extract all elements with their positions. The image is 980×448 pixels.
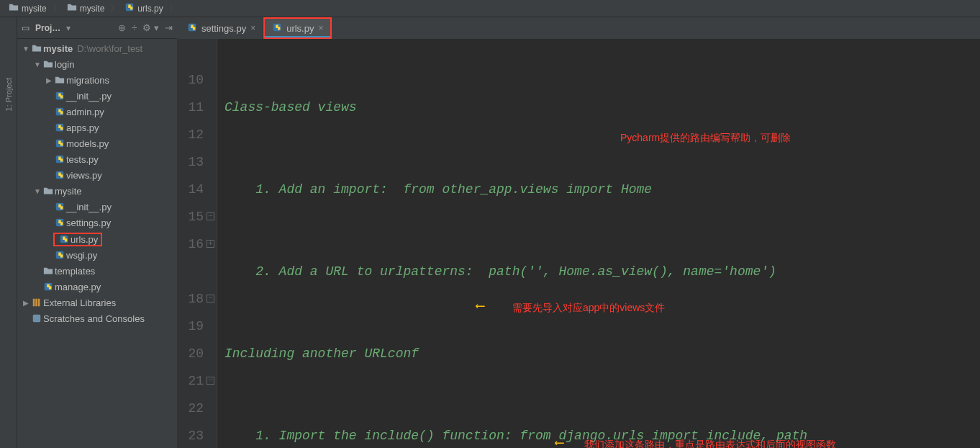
tree-file[interactable]: __init__.py <box>17 199 177 215</box>
collapse-icon[interactable]: ⇥ <box>165 22 173 33</box>
tree-label: __init__.py <box>66 202 112 212</box>
tree-file[interactable]: apps.py <box>17 120 177 135</box>
tab-label: urls.py <box>286 23 314 34</box>
tab-label: settings.py <box>201 23 246 34</box>
tool-strip: 1: Project <box>0 17 17 448</box>
python-file-icon <box>53 138 66 148</box>
line-number: 10 <box>177 66 204 94</box>
tree-label: urls.py <box>71 234 98 245</box>
fold-icon[interactable]: + <box>207 240 214 248</box>
python-file-icon <box>53 202 66 212</box>
tree-scratches[interactable]: Scratches and Consoles <box>17 310 177 326</box>
breadcrumb-item[interactable]: mysite <box>63 2 109 14</box>
line-number: 19 <box>177 313 204 340</box>
project-tool-button[interactable]: 1: Project <box>4 75 13 114</box>
gear-icon[interactable]: ⚙ ▾ <box>142 22 159 33</box>
python-file-icon <box>53 170 66 180</box>
tree-root[interactable]: ▼ mysite D:\work\for_test <box>17 40 177 56</box>
svg-rect-14 <box>38 299 40 307</box>
code-text: 1. Add an import: from other_app.views i… <box>224 182 652 197</box>
chevron-right-icon: 〉 <box>169 2 178 14</box>
tree-label: tests.py <box>66 154 99 165</box>
folder-icon <box>42 266 55 276</box>
breadcrumb-item[interactable]: urls.py <box>120 2 167 14</box>
fold-icon[interactable]: − <box>207 295 214 303</box>
tree-label: migrations <box>66 75 109 86</box>
tab-urls[interactable]: urls.py × <box>263 17 332 39</box>
tree-file[interactable]: tests.py <box>17 151 177 167</box>
tree-label: __init__.py <box>66 91 112 102</box>
add-icon[interactable]: ⊕ <box>118 22 126 33</box>
folder-icon <box>53 75 66 85</box>
code-text: Including another URLconf <box>224 346 419 361</box>
line-number: 13 <box>177 148 204 176</box>
tree-folder-login[interactable]: ▼ login <box>17 56 177 72</box>
tree-folder-templates[interactable]: templates <box>17 263 177 279</box>
close-icon[interactable]: × <box>318 23 323 33</box>
breadcrumbs: mysite 〉 mysite 〉 urls.py 〉 <box>0 0 980 17</box>
divide-icon[interactable]: ÷ <box>132 22 137 33</box>
code-content[interactable]: Class-based views 1. Add an import: from… <box>217 39 980 448</box>
chevron-right-icon: 〉 <box>110 2 119 14</box>
editor-tabs: settings.py × urls.py × <box>177 17 980 39</box>
python-file-icon <box>187 22 197 35</box>
fold-icon[interactable]: − <box>207 377 214 385</box>
chevron-down-icon: ▼ <box>22 45 30 53</box>
svg-rect-15 <box>33 315 41 323</box>
project-view-icon: ▭ <box>22 23 30 33</box>
folder-icon <box>9 2 19 14</box>
python-file-icon <box>124 2 135 14</box>
library-icon <box>30 297 43 308</box>
python-file-icon <box>53 107 66 117</box>
sidebar-toolbar: ▭ Proj… ▾ ⊕ ÷ ⚙ ▾ ⇥ <box>17 17 177 39</box>
tree-file[interactable]: models.py <box>17 135 177 151</box>
folder-icon <box>30 43 43 53</box>
python-file-icon <box>53 91 66 101</box>
line-number: 16 <box>177 230 204 258</box>
tree-file[interactable]: views.py <box>17 167 177 183</box>
tree-label: manage.py <box>55 282 101 292</box>
code-text: 2. Add a URL to urlpatterns: path('', Ho… <box>224 264 776 279</box>
tree-label: admin.py <box>66 107 104 117</box>
python-file-icon <box>58 234 71 244</box>
tree-file-urls[interactable]: urls.py <box>17 231 105 247</box>
tree-label: mysite <box>43 43 73 54</box>
tree-file[interactable]: settings.py <box>17 215 177 230</box>
tree-hint: D:\work\for_test <box>77 43 142 54</box>
tree-label: models.py <box>66 138 109 149</box>
tree-folder-migrations[interactable]: ▶ migrations <box>17 72 177 88</box>
line-number: 18 <box>177 285 204 313</box>
python-file-icon <box>53 154 66 164</box>
line-number: 23 <box>177 422 204 448</box>
tree-external-libraries[interactable]: ▶External Libraries <box>17 295 177 310</box>
folder-icon <box>42 59 55 69</box>
code-editor[interactable]: 10 11 12 13 14 15 16 18 19 20 21 22 23 −… <box>177 39 980 448</box>
python-file-icon <box>53 250 66 260</box>
tab-settings[interactable]: settings.py × <box>180 17 263 39</box>
chevron-down-icon: ▼ <box>33 61 42 68</box>
tree-folder-mysite[interactable]: ▼ mysite <box>17 183 177 199</box>
arrow-left-icon: ⟵ <box>476 292 484 320</box>
line-number: 15 <box>177 203 204 230</box>
close-icon[interactable]: × <box>250 23 255 33</box>
arrow-left-icon: ⟵ <box>555 429 563 448</box>
sidebar-title: Proj… <box>35 23 60 33</box>
line-number: 20 <box>177 340 204 367</box>
tree-file[interactable]: __init__.py <box>17 88 177 104</box>
fold-icon[interactable]: − <box>207 212 214 220</box>
line-number: 21 <box>177 367 204 395</box>
breadcrumb-label: urls.py <box>137 4 163 14</box>
tree-file[interactable]: admin.py <box>17 104 177 120</box>
line-number: 14 <box>177 176 204 203</box>
project-sidebar: ▭ Proj… ▾ ⊕ ÷ ⚙ ▾ ⇥ ▼ mysite D:\work\for… <box>17 17 177 448</box>
chevron-right-icon: 〉 <box>53 2 61 14</box>
line-gutter: 10 11 12 13 14 15 16 18 19 20 21 22 23 −… <box>177 39 217 448</box>
breadcrumb-item[interactable]: mysite <box>4 2 51 14</box>
tree-label: views.py <box>66 170 102 181</box>
editor-area: settings.py × urls.py × 10 11 12 13 14 1… <box>177 17 980 448</box>
line-number: 12 <box>177 121 204 148</box>
annotation: Pycharm提供的路由编写帮助，可删除 <box>620 124 791 151</box>
tree-file[interactable]: manage.py <box>17 279 177 295</box>
tree-file[interactable]: wsgi.py <box>17 247 177 263</box>
chevron-right-icon: ▶ <box>45 76 53 84</box>
